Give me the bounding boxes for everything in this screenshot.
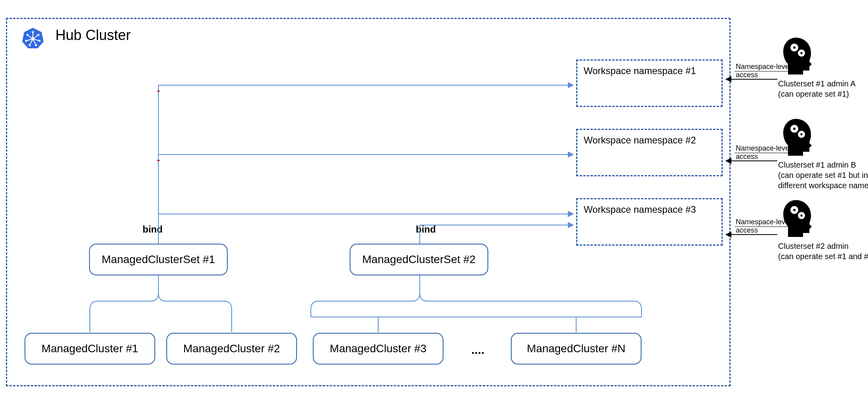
ns-access-line2: access [736, 71, 791, 79]
box-label: ManagedCluster #N [527, 342, 625, 355]
admin-note: (can operate set #1) [778, 89, 868, 99]
admin-note: (can operate set #1 and #2) [778, 251, 868, 261]
ns-access-line2: access [736, 153, 791, 161]
svg-point-11 [39, 40, 41, 42]
ellipsis: .... [471, 343, 484, 357]
admin-title: Clusterset #2 admin [778, 241, 868, 251]
admin-a-block: Clusterset #1 admin A (can operate set #… [778, 36, 868, 99]
managed-cluster-3: ManagedCluster #3 [313, 333, 444, 365]
bind-label-1: bind [143, 224, 163, 235]
admin-note: (can operate set #1 but in a different w… [778, 170, 868, 191]
svg-point-18 [793, 46, 796, 49]
workspace-namespace-1: Workspace namespace #1 [576, 59, 723, 107]
admin-b-block: Clusterset #1 admin B (can operate set #… [778, 117, 868, 191]
svg-point-12 [35, 44, 37, 46]
diagram-canvas: Hub Cluster Workspace namespace #1 Works… [0, 0, 868, 397]
admin-title: Clusterset #1 admin B [778, 160, 868, 170]
svg-point-27 [800, 214, 802, 216]
namespace-access-label-3: Namespace-level access [736, 218, 791, 234]
admin-c-block: Clusterset #2 admin (can operate set #1 … [778, 198, 868, 261]
svg-point-9 [32, 31, 34, 33]
box-label: ManagedCluster #1 [42, 342, 138, 355]
box-label: ManagedCluster #2 [183, 342, 280, 355]
namespace-access-label-1: Namespace-level access [736, 63, 791, 79]
svg-point-22 [793, 128, 796, 130]
ns-access-line2: access [736, 226, 791, 235]
box-label: ManagedClusterSet #2 [362, 253, 476, 266]
workspace-label: Workspace namespace #3 [584, 204, 696, 215]
managed-cluster-n: ManagedCluster #N [511, 333, 641, 365]
box-label: ManagedClusterSet #1 [102, 253, 215, 266]
svg-point-19 [800, 52, 802, 54]
namespace-access-label-2: Namespace-level access [736, 144, 791, 160]
managed-cluster-set-1: ManagedClusterSet #1 [89, 244, 228, 275]
svg-point-26 [793, 209, 796, 211]
svg-point-14 [25, 40, 27, 42]
svg-point-15 [27, 34, 29, 36]
svg-point-23 [800, 133, 802, 135]
ns-access-line1: Namespace-level [736, 218, 791, 226]
workspace-namespace-3: Workspace namespace #3 [576, 198, 723, 246]
box-label: ManagedCluster #3 [330, 342, 426, 355]
kubernetes-icon [22, 27, 44, 49]
svg-point-10 [38, 34, 40, 36]
admin-title: Clusterset #1 admin A [778, 78, 868, 89]
managed-cluster-1: ManagedCluster #1 [25, 333, 155, 365]
hub-cluster-title: Hub Cluster [55, 27, 131, 44]
managed-cluster-set-2: ManagedClusterSet #2 [350, 244, 488, 275]
svg-point-13 [29, 44, 31, 46]
ns-access-line1: Namespace-level [736, 63, 791, 71]
bind-label-2: bind [416, 224, 436, 235]
workspace-namespace-2: Workspace namespace #2 [576, 129, 723, 176]
ns-access-line1: Namespace-level [736, 144, 791, 153]
workspace-label: Workspace namespace #1 [584, 65, 696, 76]
managed-cluster-2: ManagedCluster #2 [166, 333, 297, 365]
workspace-label: Workspace namespace #2 [584, 135, 696, 145]
